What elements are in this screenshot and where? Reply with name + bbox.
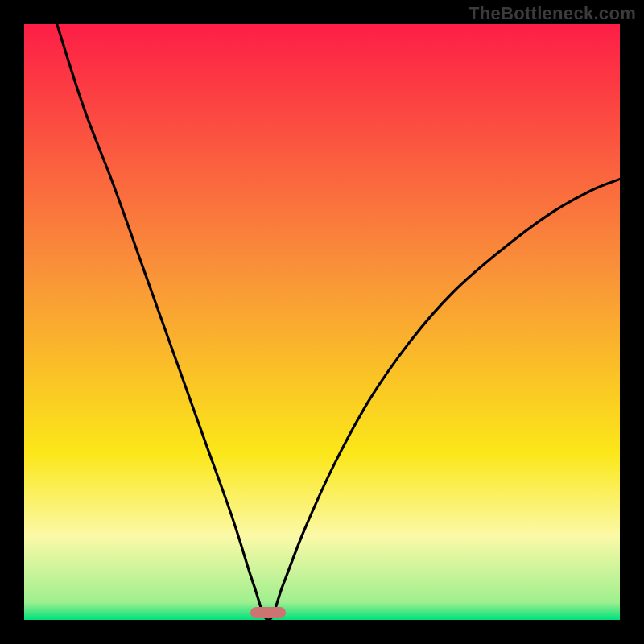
watermark-text: TheBottleneck.com: [469, 3, 636, 24]
optimal-point-marker: [250, 607, 286, 618]
gradient-background: [24, 24, 620, 620]
chart-svg: [24, 24, 620, 620]
chart-frame: TheBottleneck.com: [0, 0, 644, 644]
plot-area: [24, 24, 620, 620]
